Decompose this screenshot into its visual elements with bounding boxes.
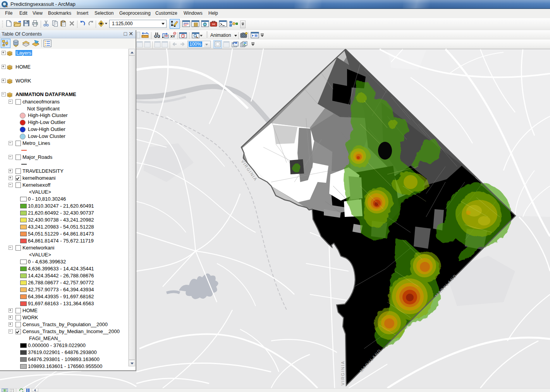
svg-text:VIRGINIA: VIRGINIA	[340, 361, 345, 385]
svg-text:XY: XY	[170, 34, 175, 38]
